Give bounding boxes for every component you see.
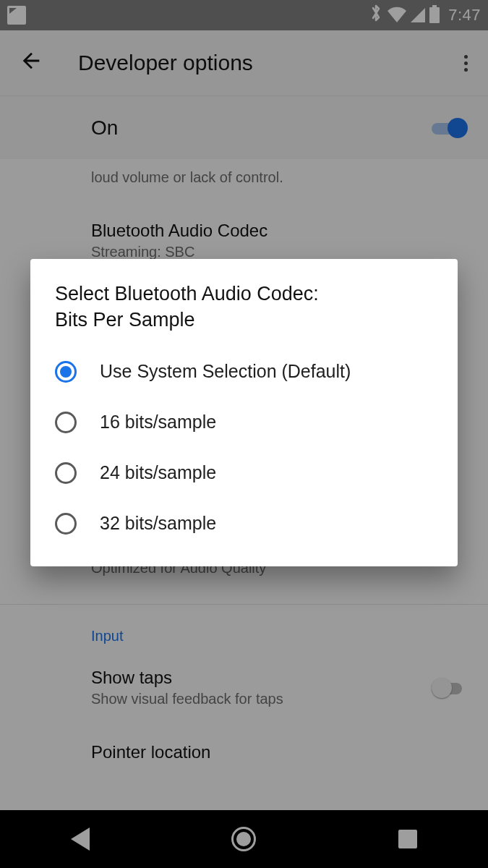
radio-option-16[interactable]: 16 bits/sample — [30, 397, 458, 448]
radio-icon — [55, 513, 77, 535]
radio-label: 32 bits/sample — [100, 513, 216, 534]
radio-label: 16 bits/sample — [100, 412, 216, 433]
radio-icon — [55, 462, 77, 484]
radio-label: 24 bits/sample — [100, 462, 216, 483]
dialog-title: Select Bluetooth Audio Codec: Bits Per S… — [30, 281, 458, 346]
radio-icon — [55, 412, 77, 433]
bits-per-sample-dialog: Select Bluetooth Audio Codec: Bits Per S… — [30, 259, 458, 566]
radio-option-default[interactable]: Use System Selection (Default) — [30, 346, 458, 397]
radio-option-32[interactable]: 32 bits/sample — [30, 498, 458, 549]
radio-option-24[interactable]: 24 bits/sample — [30, 448, 458, 498]
radio-icon — [55, 361, 77, 383]
radio-label: Use System Selection (Default) — [100, 361, 351, 382]
